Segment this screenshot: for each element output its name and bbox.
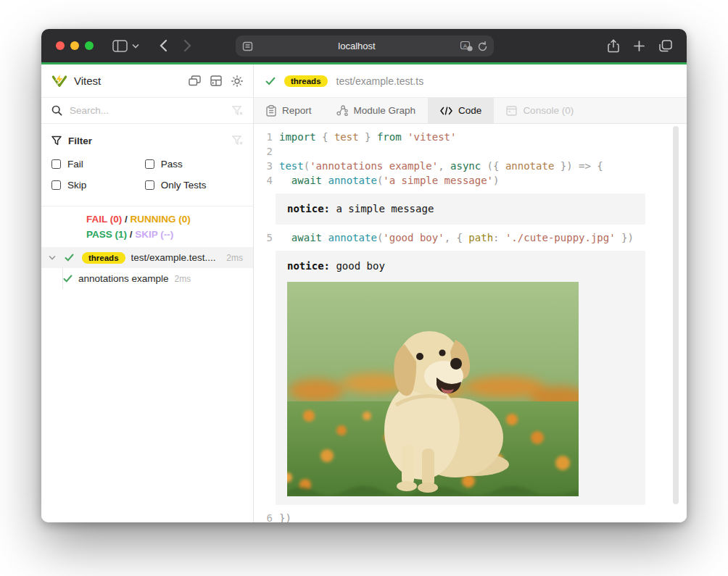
- test-case-name: annotations example: [78, 273, 169, 284]
- tab-report[interactable]: Report: [254, 98, 324, 123]
- pass-count: PASS (1): [86, 229, 127, 240]
- test-case-duration: 2ms: [175, 274, 194, 284]
- tab-module-graph[interactable]: Module Graph: [324, 98, 429, 123]
- filter-funnel-icon: [51, 135, 62, 146]
- svg-text:A: A: [463, 42, 468, 49]
- close-window-button[interactable]: [56, 41, 65, 50]
- browser-titlebar: localhost A: [41, 29, 687, 62]
- line-number: 3: [254, 159, 273, 173]
- code-line: 3test('annotations example', async ({ an…: [254, 159, 687, 173]
- view-tabs: Report Module Graph Code: [254, 98, 687, 124]
- checkbox-icon[interactable]: [51, 180, 61, 190]
- code-line: 4 await annotate('a simple message'): [254, 173, 687, 188]
- clear-search-filter-icon[interactable]: [232, 106, 243, 116]
- scrollbar-thumb[interactable]: [673, 126, 679, 504]
- vitest-sidebar: Vitest: [41, 64, 254, 522]
- filter-title: Filter: [68, 135, 92, 146]
- pass-check-icon: [63, 275, 73, 283]
- checkbox-icon[interactable]: [51, 159, 61, 169]
- fail-count: FAIL (0): [86, 214, 122, 225]
- notice-label: notice:: [287, 203, 330, 214]
- console-icon: [506, 106, 517, 116]
- reader-icon[interactable]: [242, 41, 253, 51]
- tree-guide-line: [62, 268, 63, 289]
- pass-check-icon: [265, 77, 276, 85]
- annotation-notice: notice: good boy: [276, 251, 645, 505]
- share-icon[interactable]: [608, 39, 619, 53]
- zoom-window-button[interactable]: [85, 41, 94, 50]
- open-file-name: test/example.test.ts: [336, 75, 424, 87]
- sidebar-toggle-icon[interactable]: [112, 40, 128, 52]
- reload-icon[interactable]: [478, 41, 487, 51]
- line-number: 5: [254, 230, 273, 245]
- module-graph-icon: [336, 105, 348, 116]
- vitest-logo-icon: [51, 73, 67, 88]
- code-editor[interactable]: 1import { test } from 'vitest'23test('an…: [254, 124, 687, 522]
- tab-console[interactable]: Console (0): [494, 98, 586, 123]
- notice-label: notice:: [287, 260, 330, 272]
- code-icon: [440, 107, 452, 115]
- filter-checkbox-pass[interactable]: Pass: [145, 154, 243, 175]
- filter-checkbox-only-tests[interactable]: Only Tests: [145, 175, 243, 196]
- clear-filter-icon[interactable]: [232, 135, 243, 146]
- pool-badge: threads: [284, 75, 328, 87]
- filter-checkbox-skip[interactable]: Skip: [51, 175, 145, 196]
- report-clipboard-icon: [266, 105, 276, 117]
- forward-button[interactable]: [183, 39, 191, 52]
- chevron-down-icon[interactable]: [132, 43, 139, 49]
- line-number: 1: [254, 130, 273, 144]
- test-status-summary: FAIL (0) / RUNNING (0) PASS (1) / SKIP (…: [41, 206, 253, 247]
- theme-toggle-sun-icon[interactable]: [231, 75, 243, 87]
- line-number: 2: [254, 144, 273, 159]
- code-line: 5 await annotate('good boy', { path: './…: [254, 230, 687, 245]
- tab-code[interactable]: Code: [428, 98, 494, 123]
- chevron-down-icon[interactable]: [49, 255, 56, 260]
- test-file-duration: 2ms: [226, 253, 246, 263]
- test-file-row[interactable]: threads test/example.test.... 2ms: [41, 247, 253, 268]
- translate-icon[interactable]: A: [460, 41, 473, 51]
- minimize-window-button[interactable]: [70, 41, 79, 50]
- dashboard-icon[interactable]: [210, 75, 222, 86]
- puppy-image: [287, 282, 579, 496]
- traffic-lights: [56, 41, 94, 50]
- search-icon: [51, 105, 62, 116]
- filter-checkbox-fail[interactable]: Fail: [51, 154, 145, 175]
- running-count: RUNNING (0): [131, 214, 191, 225]
- line-number: 6: [254, 511, 273, 522]
- url-text[interactable]: localhost: [253, 41, 460, 51]
- app-title: Vitest: [74, 75, 101, 87]
- pass-check-icon: [65, 254, 74, 262]
- code-line: 2: [254, 144, 687, 159]
- new-tab-icon[interactable]: [634, 41, 645, 51]
- line-number: 4: [254, 173, 273, 188]
- code-line: 6}): [254, 511, 687, 522]
- search-input[interactable]: [70, 105, 232, 116]
- safari-window: localhost A: [41, 29, 687, 522]
- skip-count: SKIP (--): [135, 229, 173, 240]
- test-case-row[interactable]: annotations example 2ms: [41, 268, 253, 289]
- main-panel: threads test/example.test.ts Report Modu…: [254, 64, 687, 522]
- annotation-notice: notice: a simple message: [276, 193, 645, 225]
- back-button[interactable]: [160, 39, 167, 52]
- checkbox-icon[interactable]: [145, 180, 154, 190]
- pool-badge: threads: [82, 252, 125, 264]
- collapse-windows-icon[interactable]: [189, 75, 201, 86]
- url-bar[interactable]: localhost A: [236, 36, 494, 57]
- test-file-name: test/example.test....: [131, 252, 216, 263]
- tab-overview-icon[interactable]: [659, 40, 672, 52]
- code-line: 1import { test } from 'vitest': [254, 130, 687, 144]
- checkbox-icon[interactable]: [145, 159, 154, 169]
